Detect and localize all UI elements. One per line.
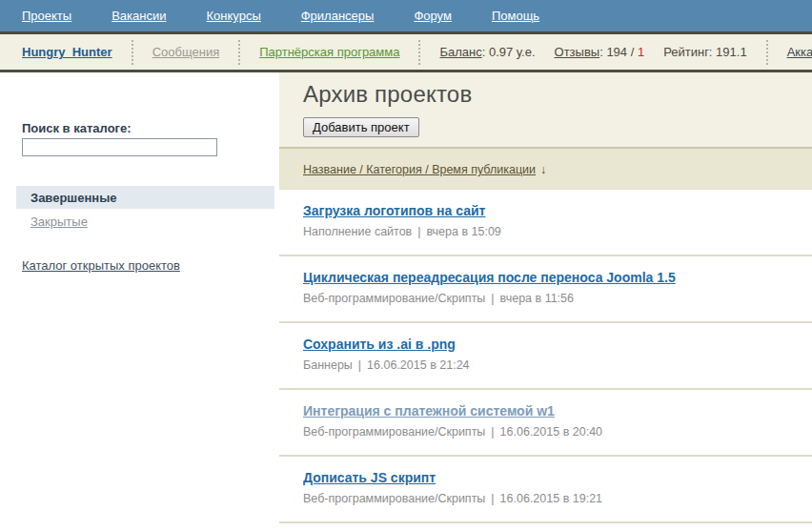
project-category: Веб-программирование/Скрипты [303, 292, 485, 305]
project-row: Дописать JS скрипт Веб-программирование/… [279, 457, 812, 523]
dotted-separator [766, 40, 768, 65]
partner-program-link[interactable]: Партнёрская программа [259, 45, 399, 59]
user-bar: Hungry_Hunter Сообщения Партнёрская прог… [0, 34, 812, 72]
main-header: Архив проектов Добавить проект [279, 72, 812, 147]
project-time: 16.06.2015 в 19:21 [500, 492, 602, 505]
catalog-search-label: Поиск в каталоге: [22, 121, 279, 135]
project-title-link[interactable]: Сохранить из .ai в .png [303, 337, 456, 352]
reviews-stat: Отзывы: 194 / 1 [555, 45, 645, 59]
project-category: Веб-программирование/Скрипты [303, 492, 485, 505]
project-category: Наполнение сайтов [303, 225, 412, 238]
rating-stat: Рейтинг: 191.1 [663, 45, 746, 59]
project-row: Интеграция с платежной системой w1 Веб-п… [279, 390, 812, 457]
reviews-link[interactable]: Отзывы [555, 45, 600, 59]
account-link[interactable]: Аккаунт [787, 45, 812, 59]
project-time: вчера в 11:56 [500, 292, 574, 305]
add-project-button[interactable]: Добавить проект [303, 117, 419, 137]
nav-item-vacancies[interactable]: Вакансии [112, 9, 166, 23]
project-meta: Веб-программирование/Скрипты|вчера в 11:… [303, 292, 812, 305]
project-row: Сохранить из .ai в .png Баннеры|16.06.20… [279, 323, 812, 390]
sidebar-item-completed[interactable]: Завершенные [16, 186, 274, 209]
nav-item-projects[interactable]: Проекты [22, 9, 71, 23]
sidebar: Поиск в каталоге: Завершенные Закрытые К… [0, 72, 279, 531]
dotted-separator [132, 40, 133, 65]
balance-value: : 0.97 у.е. [482, 45, 536, 59]
project-title-link[interactable]: Циклическая переадресация после переноса… [303, 270, 676, 285]
messages-link[interactable]: Сообщения [152, 45, 220, 59]
project-title-link[interactable]: Интеграция с платежной системой w1 [303, 403, 555, 419]
project-time: 16.06.2015 в 20:40 [500, 425, 602, 439]
nav-item-forum[interactable]: Форум [414, 9, 452, 23]
username-link[interactable]: Hungry_Hunter [22, 45, 112, 59]
meta-separator: | [491, 425, 494, 439]
meta-separator: | [491, 292, 494, 305]
project-list: Загрузка логотипов на сайт Наполнение са… [279, 190, 812, 523]
dotted-separator [238, 40, 240, 65]
project-row: Загрузка логотипов на сайт Наполнение са… [279, 190, 812, 256]
meta-separator: | [491, 492, 494, 505]
top-nav: Проекты Вакансии Конкурсы Фрилансеры Фор… [0, 0, 812, 34]
project-meta: Веб-программирование/Скрипты|16.06.2015 … [303, 425, 812, 439]
sort-bar: Название / Категория / Время публикации↓ [279, 147, 812, 190]
sidebar-item-closed[interactable]: Закрытые [30, 214, 88, 229]
project-time: 16.06.2015 в 21:24 [367, 358, 469, 372]
main-column: Архив проектов Добавить проект Название … [279, 72, 812, 531]
project-title-link[interactable]: Дописать JS скрипт [303, 470, 436, 485]
nav-item-contests[interactable]: Конкурсы [206, 9, 260, 23]
sort-desc-icon: ↓ [540, 163, 546, 176]
balance-link[interactable]: Баланс [439, 45, 481, 59]
nav-item-help[interactable]: Помощь [492, 9, 539, 23]
project-category: Веб-программирование/Скрипты [303, 425, 485, 439]
catalog-search-input[interactable] [22, 138, 217, 156]
sort-link[interactable]: Название / Категория / Время публикации [303, 163, 536, 176]
project-meta: Баннеры|16.06.2015 в 21:24 [303, 358, 812, 372]
project-time: вчера в 15:09 [427, 225, 501, 238]
project-title-link[interactable]: Загрузка логотипов на сайт [303, 203, 485, 218]
project-meta: Наполнение сайтов|вчера в 15:09 [303, 225, 812, 238]
project-meta: Веб-программирование/Скрипты|16.06.2015 … [303, 492, 812, 505]
page-content: Поиск в каталоге: Завершенные Закрытые К… [0, 72, 812, 531]
open-projects-catalog-link[interactable]: Каталог открытых проектов [22, 258, 180, 273]
sidebar-item-completed-label: Завершенные [30, 191, 116, 205]
meta-separator: | [417, 225, 420, 238]
reviews-value: : 194 / [599, 45, 638, 59]
balance-stat: Баланс: 0.97 у.е. [439, 45, 535, 59]
dotted-separator [418, 40, 420, 65]
project-category: Баннеры [303, 358, 353, 372]
meta-separator: | [358, 358, 361, 372]
project-row: Циклическая переадресация после переноса… [279, 256, 812, 323]
reviews-negative-count: 1 [638, 45, 644, 59]
nav-item-freelancers[interactable]: Фрилансеры [301, 9, 375, 23]
page-title: Архив проектов [303, 81, 812, 108]
